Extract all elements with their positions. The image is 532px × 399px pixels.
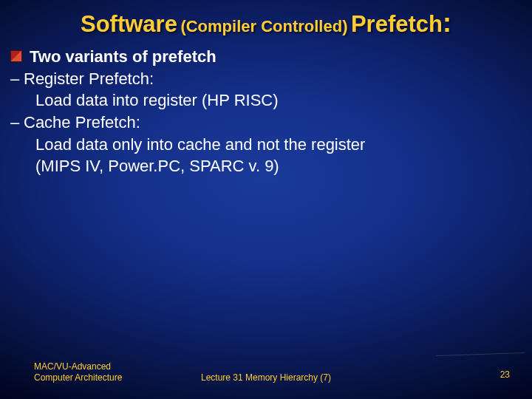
item2-label: Cache Prefetch: bbox=[24, 112, 522, 134]
slide-title: Software (Compiler Controlled) Prefetch: bbox=[0, 7, 532, 38]
decorative-line bbox=[436, 352, 525, 356]
bullet-row: Two variants of prefetch bbox=[10, 46, 522, 68]
title-part1: Software bbox=[81, 11, 177, 37]
bullet-text: Two variants of prefetch bbox=[30, 46, 216, 68]
dash-icon: – bbox=[10, 112, 24, 134]
footer-page-number: 23 bbox=[500, 369, 510, 380]
bullet-icon bbox=[10, 50, 22, 62]
list-item: – Register Prefetch: bbox=[10, 68, 522, 90]
item2-desc-line1: Load data only into cache and not the re… bbox=[10, 134, 522, 156]
item2-desc-line2: (MIPS IV, Power.PC, SPARC v. 9) bbox=[10, 155, 522, 177]
slide-body: Two variants of prefetch – Register Pref… bbox=[10, 46, 522, 177]
footer-left-line1: MAC/VU-Advanced bbox=[34, 361, 122, 372]
title-colon: : bbox=[443, 7, 451, 38]
title-part2: (Compiler Controlled) bbox=[180, 17, 347, 35]
item1-label: Register Prefetch: bbox=[24, 68, 522, 90]
title-part3: Prefetch bbox=[351, 11, 443, 37]
item1-desc: Load data into register (HP RISC) bbox=[10, 89, 522, 112]
footer-mid: Lecture 31 Memory Hierarchy (7) bbox=[0, 372, 532, 383]
dash-icon: – bbox=[10, 68, 24, 90]
slide: Software (Compiler Controlled) Prefetch:… bbox=[0, 0, 532, 399]
list-item: – Cache Prefetch: bbox=[10, 112, 522, 134]
